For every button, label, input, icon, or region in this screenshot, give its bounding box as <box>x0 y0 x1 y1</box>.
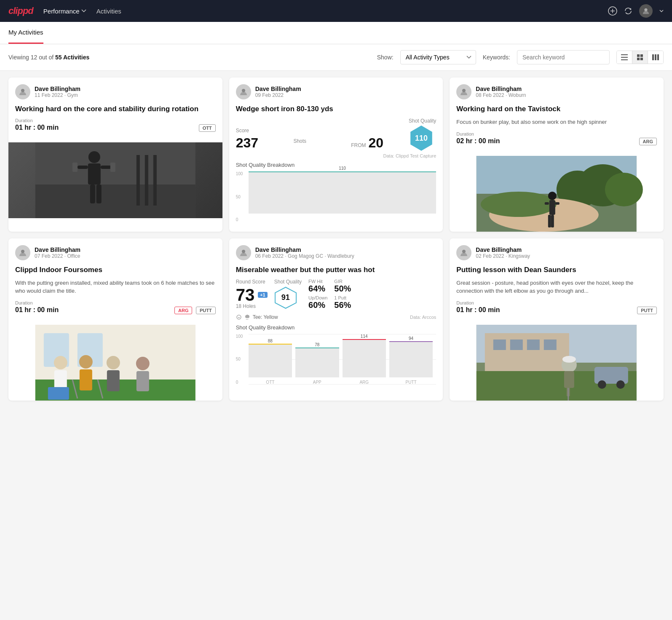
holes-label: 18 Holes <box>236 303 268 309</box>
user-name: Dave Billingham <box>255 246 354 253</box>
svg-rect-27 <box>110 163 115 172</box>
tab-my-activities[interactable]: My Activities <box>8 22 43 44</box>
svg-point-3 <box>644 8 647 11</box>
user-meta: 06 Feb 2022 · Gog Magog GC · Wandlebury <box>255 253 354 259</box>
svg-point-51 <box>79 355 93 369</box>
svg-point-43 <box>21 250 24 253</box>
card-wedge-stats: Dave Billingham 09 Feb 2022 Wedge short … <box>229 78 443 232</box>
list-icon <box>621 54 628 60</box>
updown-label: Up/Down <box>308 295 327 300</box>
shot-quality-chart: 100 50 0 88 <box>236 334 436 393</box>
svg-rect-13 <box>657 54 659 60</box>
columns-view-btn[interactable] <box>648 51 663 64</box>
tag-arg: ARG <box>174 307 192 314</box>
shots-value: 20 <box>369 135 384 151</box>
svg-rect-6 <box>621 59 628 60</box>
svg-point-29 <box>462 89 466 92</box>
avatar <box>456 245 471 260</box>
card-desc: Focus on bunker play, but also some work… <box>456 118 657 126</box>
nav-activities[interactable]: Activities <box>96 6 121 16</box>
svg-rect-19 <box>153 155 157 206</box>
svg-rect-54 <box>107 370 120 391</box>
stat-grid: FW Hit 64% GIR 50% Up/Down 60% 1 Putt <box>308 279 353 310</box>
svg-point-66 <box>462 250 466 253</box>
viewing-count: Viewing 12 out of 55 Activities <box>8 54 89 61</box>
bar-app <box>295 348 339 377</box>
avatar <box>15 245 30 260</box>
navbar: clippd Performance Activities <box>0 0 672 22</box>
fw-hit-label: FW Hit <box>308 279 327 284</box>
shot-quality-block: Shot Quality 110 <box>409 118 436 151</box>
updown-block: Up/Down 60% <box>308 295 327 310</box>
duration-label: Duration <box>15 118 59 123</box>
svg-rect-23 <box>101 166 111 169</box>
stats-row: Score 237 Shots FROM 20 Shot Qu <box>236 118 436 151</box>
grid-view-btn[interactable] <box>632 51 648 64</box>
score-block: Score 237 <box>236 128 290 151</box>
card-title: Wedge short iron 80-130 yds <box>236 104 436 114</box>
data-source: Data: Clippd Test Capture <box>236 153 436 158</box>
one-putt-block: 1 Putt 56% <box>334 295 353 310</box>
duration-value: 01 hr : 00 min <box>456 306 500 314</box>
svg-rect-17 <box>137 155 140 206</box>
avatar <box>236 245 251 260</box>
svg-rect-70 <box>493 339 506 350</box>
fw-hit-value: 64% <box>308 284 327 294</box>
svg-rect-12 <box>655 54 656 60</box>
svg-point-14 <box>21 89 24 92</box>
user-meta: 09 Feb 2022 <box>255 92 301 98</box>
svg-rect-7 <box>637 54 640 57</box>
card-header: Dave Billingham 11 Feb 2022 · Gym <box>15 84 216 99</box>
svg-point-53 <box>107 356 120 369</box>
shot-quality-hex: 91 <box>274 286 297 309</box>
user-meta: 07 Feb 2022 · Office <box>35 253 80 259</box>
duration-label: Duration <box>456 131 500 136</box>
svg-rect-26 <box>72 163 78 172</box>
logo: clippd <box>8 5 33 16</box>
card-putting-lesson: Dave Billingham 02 Feb 2022 · Kingsway P… <box>450 238 664 401</box>
user-meta: 02 Feb 2022 · Kingsway <box>476 253 530 259</box>
sq-label: Shot Quality <box>409 118 436 124</box>
duration-value: 02 hr : 00 min <box>456 137 500 145</box>
avatar <box>236 84 251 99</box>
svg-line-63 <box>246 319 246 320</box>
svg-rect-9 <box>637 58 640 60</box>
svg-rect-21 <box>88 163 101 184</box>
duration-label: Duration <box>15 300 59 305</box>
svg-rect-52 <box>80 369 92 390</box>
user-name: Dave Billingham <box>35 86 80 92</box>
gym-image-placeholder <box>8 142 222 218</box>
user-name: Dave Billingham <box>476 246 530 253</box>
add-icon[interactable] <box>608 6 617 16</box>
duration-row: Duration 02 hr : 00 min ARG <box>456 131 657 145</box>
card-desc: Great session - posture, head position w… <box>456 279 657 295</box>
show-label: Show: <box>377 54 394 61</box>
svg-point-60 <box>242 250 245 253</box>
round-score-label: Round Score <box>236 279 268 285</box>
round-score-block: Round Score 73 +1 18 Holes <box>236 279 268 309</box>
svg-point-55 <box>136 357 150 370</box>
refresh-icon[interactable] <box>624 7 632 15</box>
chart-title: Shot Quality Breakdown <box>236 324 436 331</box>
svg-rect-39 <box>545 202 549 205</box>
weather-icon <box>236 314 242 320</box>
list-view-btn[interactable] <box>617 51 632 64</box>
nav-right <box>608 4 664 18</box>
user-avatar[interactable] <box>639 4 653 18</box>
card-title: Miserable weather but the putter was hot <box>236 265 436 275</box>
search-input[interactable] <box>517 50 610 64</box>
bar-ott <box>249 344 292 377</box>
card-header: Dave Billingham 09 Feb 2022 <box>236 84 436 99</box>
svg-point-82 <box>616 380 625 389</box>
foursomes-image-placeholder <box>8 325 222 401</box>
chevron-down-icon <box>81 9 86 13</box>
svg-rect-72 <box>527 339 540 350</box>
card-header: Dave Billingham 06 Feb 2022 · Gog Magog … <box>236 245 436 260</box>
tag-putt: PUTT <box>196 307 216 314</box>
nav-performance[interactable]: Performance <box>43 6 86 16</box>
card-round-stats: Dave Billingham 06 Feb 2022 · Gog Magog … <box>229 238 443 401</box>
score-value: 237 <box>236 135 290 151</box>
svg-rect-57 <box>48 387 69 400</box>
gir-value: 50% <box>334 284 353 294</box>
activity-type-select[interactable]: All Activity Types <box>400 50 476 64</box>
